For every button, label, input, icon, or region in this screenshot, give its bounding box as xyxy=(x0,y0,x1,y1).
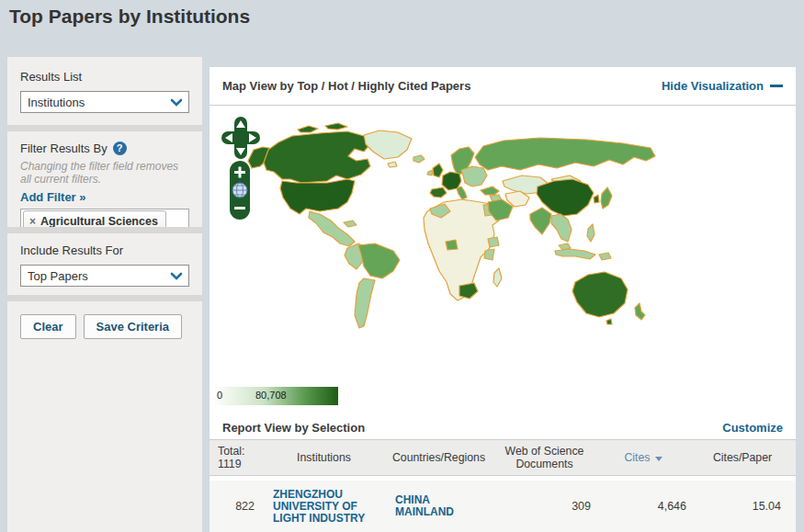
include-results-selected-value: Top Papers xyxy=(28,269,88,283)
total-label: Total: xyxy=(218,445,262,458)
map-view-header: Map View by Top / Hot / Highly Cited Pap… xyxy=(209,67,796,106)
filter-results-section: Filter Results By ? Changing the filter … xyxy=(7,131,202,227)
row-cites: 4,646 xyxy=(597,500,689,513)
map-view-title: Map View by Top / Hot / Highly Cited Pap… xyxy=(222,79,470,93)
legend-max-value: 80,708 xyxy=(255,390,287,401)
results-list-selected-value: Institutions xyxy=(28,96,85,109)
map-region-north-america[interactable] xyxy=(248,123,412,246)
sidebar-actions-section: Clear Save Criteria xyxy=(7,301,202,532)
results-list-section: Results List Institutions xyxy=(7,57,202,125)
chevron-down-icon xyxy=(170,269,183,283)
table-row: 822 ZHENGZHOU UNIVERSITY OF LIGHT INDUST… xyxy=(209,481,796,532)
map-region-south-america[interactable] xyxy=(345,243,400,328)
row-rank: 822 xyxy=(209,500,262,513)
results-list-select[interactable]: Institutions xyxy=(20,91,189,113)
map-pan-control[interactable] xyxy=(221,117,260,163)
hide-visualization-label: Hide Visualization xyxy=(662,79,764,93)
results-table-header: Total: 1119 Institutions Countries/Regio… xyxy=(209,440,796,476)
help-icon[interactable]: ? xyxy=(113,141,127,155)
zoom-out-icon[interactable] xyxy=(234,207,245,209)
clear-button[interactable]: Clear xyxy=(20,314,76,339)
include-results-section: Include Results For Top Papers xyxy=(7,233,202,295)
chevron-down-icon xyxy=(170,96,183,109)
sidebar-divider xyxy=(7,125,202,131)
column-header-countries[interactable]: Countries/Regions xyxy=(386,451,492,464)
legend-min-value: 0 xyxy=(217,390,222,401)
map-zoom-control[interactable] xyxy=(230,161,250,223)
row-cites-per-paper: 15.04 xyxy=(689,500,796,513)
page-title: Top Papers by Institutions xyxy=(9,6,250,28)
filter-results-label: Filter Results By xyxy=(20,141,108,155)
customize-link[interactable]: Customize xyxy=(722,421,783,435)
country-link[interactable]: CHINA MAINLAND xyxy=(395,494,461,518)
column-header-documents[interactable]: Web of Science Documents xyxy=(492,445,597,470)
include-results-select[interactable]: Top Papers xyxy=(20,265,189,287)
map-region-europe[interactable] xyxy=(413,147,487,199)
filter-tag-label: Agricultural Sciences xyxy=(40,215,158,228)
institution-link[interactable]: ZHENGZHOU UNIVERSITY OF LIGHT INDUSTRY xyxy=(273,489,386,525)
map-region-africa[interactable] xyxy=(424,199,502,300)
save-criteria-button[interactable]: Save Criteria xyxy=(84,314,183,339)
minus-icon xyxy=(770,85,783,87)
filter-sidebar: Results List Institutions Filter Results… xyxy=(7,57,202,532)
column-header-cites-sorted[interactable]: Cites xyxy=(597,451,689,464)
row-documents: 309 xyxy=(492,500,597,513)
report-view-header: Report View by Selection Customize xyxy=(209,415,796,440)
total-count-header: Total: 1119 xyxy=(209,445,262,470)
world-choropleth-map[interactable] xyxy=(209,106,796,415)
remove-filter-icon[interactable]: × xyxy=(29,215,36,228)
sort-descending-icon xyxy=(655,457,662,461)
column-header-cites-per-paper[interactable]: Cites/Paper xyxy=(689,451,796,464)
main-panel: Map View by Top / Hot / Highly Cited Pap… xyxy=(209,67,796,532)
include-results-label: Include Results For xyxy=(20,243,189,257)
filter-note: Changing the filter field removes all cu… xyxy=(20,161,189,186)
map-region-oceania[interactable] xyxy=(572,272,645,324)
total-value: 1119 xyxy=(218,458,262,470)
sidebar-divider xyxy=(7,295,202,301)
globe-icon[interactable] xyxy=(232,183,247,198)
sidebar-divider xyxy=(7,227,202,233)
results-list-label: Results List xyxy=(20,70,189,84)
add-filter-link[interactable]: Add Filter » xyxy=(20,190,86,204)
map-color-scale-legend: 0 80,708 xyxy=(213,387,338,405)
report-view-title: Report View by Selection xyxy=(222,421,365,435)
map-region-asia[interactable] xyxy=(475,138,655,260)
cites-header-label: Cites xyxy=(624,451,650,464)
hide-visualization-link[interactable]: Hide Visualization xyxy=(662,79,783,93)
pan-arrows-icon xyxy=(221,117,260,159)
map-area: 0 80,708 xyxy=(209,106,796,415)
column-header-institutions[interactable]: Institutions xyxy=(262,451,386,464)
